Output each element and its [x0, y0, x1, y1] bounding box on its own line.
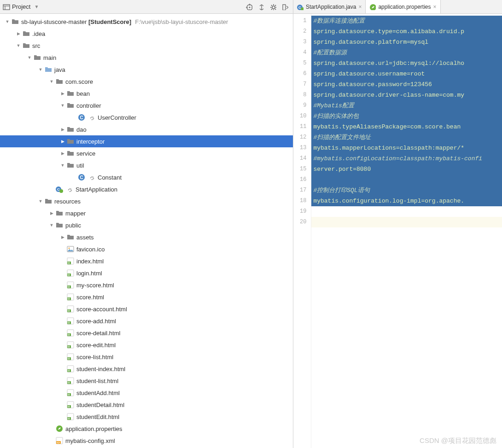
expand-arrow-icon[interactable]: ▼ [37, 67, 44, 72]
expand-arrow-icon[interactable]: ▼ [48, 79, 55, 84]
file-score-list[interactable]: ▶score-list.html [0, 351, 293, 363]
file-application-properties[interactable]: ▶application.properties [0, 423, 293, 435]
code-line[interactable] [311, 206, 502, 217]
file-score-detail[interactable]: ▶score-detail.html [0, 327, 293, 339]
code-line[interactable]: mybatis.mapperLocations=classpath:mapper… [311, 143, 502, 153]
expand-arrow-icon[interactable]: ▶ [48, 211, 55, 215]
file-score-account[interactable]: ▶score-account.html [0, 303, 293, 315]
folder-open-icon [44, 66, 53, 73]
package-interceptor[interactable]: ▶interceptor [0, 135, 293, 147]
tab-startapplication[interactable]: StartApplication.java× [293, 0, 366, 13]
code-line[interactable]: spring.datasource.username=root [311, 69, 502, 79]
code-line[interactable]: #扫描的实体的包 [311, 111, 502, 122]
folder-idea[interactable]: ▶.idea [0, 28, 293, 40]
image-icon [66, 245, 75, 253]
class-startapplication[interactable]: ▶StartApplication [0, 183, 293, 195]
expand-arrow-icon[interactable]: ▼ [4, 19, 11, 24]
expand-arrow-icon[interactable]: ▼ [37, 199, 44, 204]
tree-item-label: util [76, 162, 84, 169]
line-number: 7 [300, 79, 306, 90]
folder-assets[interactable]: ▶assets [0, 231, 293, 243]
file-mybatis-config[interactable]: ▶mybatis-config.xml [0, 435, 293, 447]
package-bean[interactable]: ▶bean [0, 87, 293, 99]
file-index[interactable]: ▶index.html [0, 255, 293, 267]
code-line[interactable]: #数据库连接池配置 [311, 16, 502, 26]
code-content[interactable]: #数据库连接池配置spring.datasource.type=com.alib… [311, 14, 502, 448]
line-number: 9 [300, 100, 306, 111]
expand-arrow-icon[interactable]: ▼ [59, 103, 66, 108]
code-line[interactable]: spring.datasource.driver-class-name=com.… [311, 90, 502, 100]
project-dropdown-icon[interactable]: ▼ [34, 4, 39, 9]
html-icon [66, 281, 75, 289]
tree-item-label: java [54, 66, 65, 73]
package-util[interactable]: ▼util [0, 159, 293, 171]
project-panel-header: Project ▼ [0, 0, 293, 14]
expand-arrow-icon[interactable]: ▼ [15, 43, 22, 48]
package-dao[interactable]: ▶dao [0, 123, 293, 135]
expand-arrow-icon[interactable]: ▶ [15, 31, 22, 36]
code-line[interactable]: server.port=8080 [311, 164, 502, 175]
expand-arrow-icon[interactable]: ▶ [59, 151, 66, 156]
folder-mapper[interactable]: ▶mapper [0, 207, 293, 219]
tab-label: application.properties [378, 4, 431, 10]
code-line[interactable]: #控制台打印SQL语句 [311, 185, 502, 196]
code-line[interactable]: spring.datasource.password=123456 [311, 79, 502, 90]
hide-panel-button[interactable] [280, 2, 290, 12]
folder-main[interactable]: ▼main [0, 52, 293, 64]
code-line[interactable]: mybatis.typeAliasesPackage=com.score.bea… [311, 122, 502, 132]
code-line[interactable]: #扫描的配置文件地址 [311, 132, 502, 143]
spring-icon [55, 425, 64, 432]
project-panel: Project ▼ ▼sb-layui-stuscore-master [Stu… [0, 0, 293, 448]
expand-arrow-icon[interactable]: ▶ [59, 127, 66, 132]
file-score[interactable]: ▶score.html [0, 291, 293, 303]
package-com-score[interactable]: ▼com.score [0, 76, 293, 87]
file-studentdetail[interactable]: ▶studentDetail.html [0, 399, 293, 411]
settings-button[interactable] [268, 2, 278, 12]
file-score-edit[interactable]: ▶score-edit.html [0, 339, 293, 351]
folder-grey-icon [55, 221, 64, 229]
line-number: 16 [300, 175, 306, 185]
package-service[interactable]: ▶service [0, 147, 293, 159]
code-line[interactable]: #Mybatis配置 [311, 100, 502, 111]
class-constant[interactable]: ▶Constant [0, 171, 293, 183]
code-editor[interactable]: 1234567891011121314151617181920 #数据库连接池配… [293, 14, 502, 448]
expand-arrow-icon[interactable]: ▶ [59, 139, 66, 144]
expand-arrow-icon[interactable]: ▶ [59, 91, 66, 96]
code-line[interactable]: #mybatis.configLocation=classpath:mybati… [311, 153, 502, 164]
project-tree[interactable]: ▼sb-layui-stuscore-master [StudentScore]… [0, 14, 293, 448]
project-panel-title[interactable]: Project [12, 3, 30, 10]
close-tab-icon[interactable]: × [358, 4, 362, 10]
file-student-list[interactable]: ▶student-list.html [0, 375, 293, 387]
code-line[interactable] [311, 217, 502, 227]
file-favicon[interactable]: ▶favicon.ico [0, 243, 293, 255]
code-line[interactable]: #配置数据源 [311, 47, 502, 58]
file-studentedit[interactable]: ▶studentEdit.html [0, 411, 293, 423]
editor-panel: StartApplication.java×application.proper… [293, 0, 502, 448]
folder-resources[interactable]: ▼resources [0, 195, 293, 207]
file-score-add[interactable]: ▶score-add.html [0, 315, 293, 327]
code-line[interactable]: spring.datasource.url=jdbc:mysql://local… [311, 58, 502, 69]
code-line[interactable]: spring.datasource.type=com.alibaba.druid… [311, 26, 502, 37]
file-login[interactable]: ▶login.html [0, 267, 293, 279]
code-line[interactable] [311, 175, 502, 185]
expand-arrow-icon[interactable]: ▼ [59, 163, 66, 168]
code-line[interactable]: spring.datasource.platform=mysql [311, 37, 502, 47]
collapse-all-button[interactable] [256, 2, 266, 12]
package-controller[interactable]: ▼controller [0, 99, 293, 111]
folder-java[interactable]: ▼java [0, 64, 293, 76]
file-my-score[interactable]: ▶my-score.html [0, 279, 293, 291]
scroll-from-source-button[interactable] [244, 2, 254, 12]
expand-arrow-icon[interactable]: ▶ [59, 235, 66, 239]
file-student-index[interactable]: ▶student-index.html [0, 363, 293, 375]
code-line[interactable]: mybatis.configuration.log-impl=org.apach… [311, 196, 502, 206]
class-usercontroller[interactable]: ▶UserController [0, 111, 293, 123]
file-studentadd[interactable]: ▶studentAdd.html [0, 387, 293, 399]
close-tab-icon[interactable]: × [433, 4, 437, 10]
folder-public[interactable]: ▼public [0, 219, 293, 231]
expand-arrow-icon[interactable]: ▼ [26, 55, 33, 60]
spring-class-icon [55, 186, 64, 193]
tab-application-properties[interactable]: application.properties× [366, 0, 440, 13]
folder-src[interactable]: ▼src [0, 40, 293, 52]
project-root[interactable]: ▼sb-layui-stuscore-master [StudentScore]… [0, 16, 293, 28]
expand-arrow-icon[interactable]: ▼ [48, 223, 55, 227]
